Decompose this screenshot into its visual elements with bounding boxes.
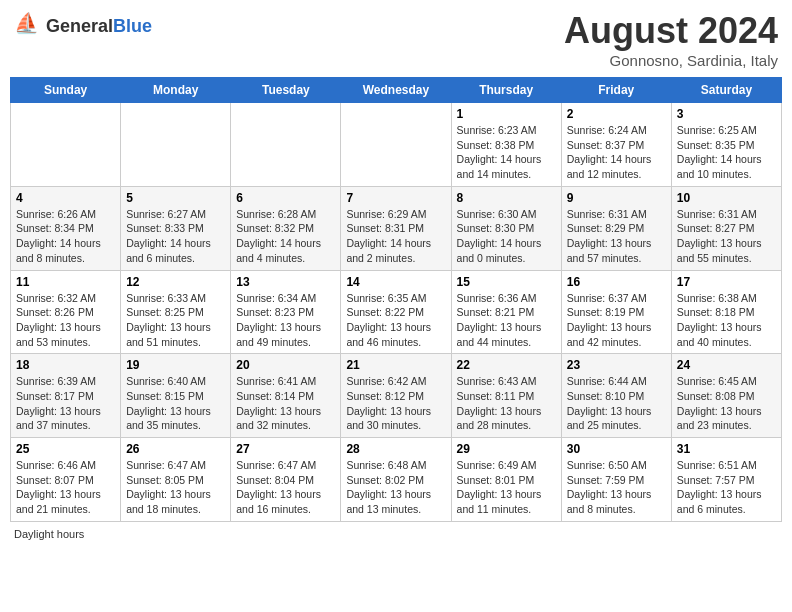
day-info: Sunrise: 6:48 AM Sunset: 8:02 PM Dayligh… <box>346 458 445 517</box>
day-info: Sunrise: 6:26 AM Sunset: 8:34 PM Dayligh… <box>16 207 115 266</box>
day-number: 16 <box>567 275 666 289</box>
day-number: 6 <box>236 191 335 205</box>
cell-w5-d1: 26Sunrise: 6:47 AM Sunset: 8:05 PM Dayli… <box>121 438 231 522</box>
day-info: Sunrise: 6:23 AM Sunset: 8:38 PM Dayligh… <box>457 123 556 182</box>
footer-daylight: Daylight hours <box>10 528 782 540</box>
cell-w4-d2: 20Sunrise: 6:41 AM Sunset: 8:14 PM Dayli… <box>231 354 341 438</box>
day-number: 18 <box>16 358 115 372</box>
day-info: Sunrise: 6:29 AM Sunset: 8:31 PM Dayligh… <box>346 207 445 266</box>
day-info: Sunrise: 6:33 AM Sunset: 8:25 PM Dayligh… <box>126 291 225 350</box>
cell-w1-d3 <box>341 103 451 187</box>
day-number: 26 <box>126 442 225 456</box>
week-row-3: 11Sunrise: 6:32 AM Sunset: 8:26 PM Dayli… <box>11 270 782 354</box>
logo: ⛵ GeneralBlue <box>14 10 152 42</box>
day-info: Sunrise: 6:40 AM Sunset: 8:15 PM Dayligh… <box>126 374 225 433</box>
header-monday: Monday <box>121 78 231 103</box>
day-number: 7 <box>346 191 445 205</box>
day-number: 1 <box>457 107 556 121</box>
cell-w2-d1: 5Sunrise: 6:27 AM Sunset: 8:33 PM Daylig… <box>121 186 231 270</box>
day-number: 4 <box>16 191 115 205</box>
cell-w4-d0: 18Sunrise: 6:39 AM Sunset: 8:17 PM Dayli… <box>11 354 121 438</box>
cell-w3-d4: 15Sunrise: 6:36 AM Sunset: 8:21 PM Dayli… <box>451 270 561 354</box>
cell-w2-d3: 7Sunrise: 6:29 AM Sunset: 8:31 PM Daylig… <box>341 186 451 270</box>
week-row-1: 1Sunrise: 6:23 AM Sunset: 8:38 PM Daylig… <box>11 103 782 187</box>
day-info: Sunrise: 6:31 AM Sunset: 8:29 PM Dayligh… <box>567 207 666 266</box>
cell-w4-d3: 21Sunrise: 6:42 AM Sunset: 8:12 PM Dayli… <box>341 354 451 438</box>
day-info: Sunrise: 6:37 AM Sunset: 8:19 PM Dayligh… <box>567 291 666 350</box>
day-info: Sunrise: 6:27 AM Sunset: 8:33 PM Dayligh… <box>126 207 225 266</box>
title-block: August 2024 Gonnosno, Sardinia, Italy <box>564 10 778 69</box>
day-info: Sunrise: 6:28 AM Sunset: 8:32 PM Dayligh… <box>236 207 335 266</box>
cell-w4-d5: 23Sunrise: 6:44 AM Sunset: 8:10 PM Dayli… <box>561 354 671 438</box>
day-number: 9 <box>567 191 666 205</box>
day-number: 20 <box>236 358 335 372</box>
day-info: Sunrise: 6:44 AM Sunset: 8:10 PM Dayligh… <box>567 374 666 433</box>
day-info: Sunrise: 6:36 AM Sunset: 8:21 PM Dayligh… <box>457 291 556 350</box>
day-info: Sunrise: 6:49 AM Sunset: 8:01 PM Dayligh… <box>457 458 556 517</box>
day-info: Sunrise: 6:41 AM Sunset: 8:14 PM Dayligh… <box>236 374 335 433</box>
week-row-5: 25Sunrise: 6:46 AM Sunset: 8:07 PM Dayli… <box>11 438 782 522</box>
day-info: Sunrise: 6:38 AM Sunset: 8:18 PM Dayligh… <box>677 291 776 350</box>
cell-w4-d1: 19Sunrise: 6:40 AM Sunset: 8:15 PM Dayli… <box>121 354 231 438</box>
day-number: 30 <box>567 442 666 456</box>
cell-w3-d5: 16Sunrise: 6:37 AM Sunset: 8:19 PM Dayli… <box>561 270 671 354</box>
cell-w3-d2: 13Sunrise: 6:34 AM Sunset: 8:23 PM Dayli… <box>231 270 341 354</box>
day-number: 21 <box>346 358 445 372</box>
calendar-table: SundayMondayTuesdayWednesdayThursdayFrid… <box>10 77 782 522</box>
day-info: Sunrise: 6:50 AM Sunset: 7:59 PM Dayligh… <box>567 458 666 517</box>
header-row: SundayMondayTuesdayWednesdayThursdayFrid… <box>11 78 782 103</box>
cell-w1-d0 <box>11 103 121 187</box>
cell-w3-d6: 17Sunrise: 6:38 AM Sunset: 8:18 PM Dayli… <box>671 270 781 354</box>
day-number: 19 <box>126 358 225 372</box>
cell-w2-d6: 10Sunrise: 6:31 AM Sunset: 8:27 PM Dayli… <box>671 186 781 270</box>
cell-w5-d2: 27Sunrise: 6:47 AM Sunset: 8:04 PM Dayli… <box>231 438 341 522</box>
day-number: 29 <box>457 442 556 456</box>
logo-text: GeneralBlue <box>46 16 152 37</box>
day-number: 8 <box>457 191 556 205</box>
cell-w1-d1 <box>121 103 231 187</box>
cell-w2-d4: 8Sunrise: 6:30 AM Sunset: 8:30 PM Daylig… <box>451 186 561 270</box>
day-info: Sunrise: 6:45 AM Sunset: 8:08 PM Dayligh… <box>677 374 776 433</box>
week-row-2: 4Sunrise: 6:26 AM Sunset: 8:34 PM Daylig… <box>11 186 782 270</box>
logo-icon: ⛵ <box>14 10 42 42</box>
day-number: 10 <box>677 191 776 205</box>
cell-w5-d6: 31Sunrise: 6:51 AM Sunset: 7:57 PM Dayli… <box>671 438 781 522</box>
day-info: Sunrise: 6:24 AM Sunset: 8:37 PM Dayligh… <box>567 123 666 182</box>
logo-general: General <box>46 16 113 36</box>
day-number: 14 <box>346 275 445 289</box>
header-friday: Friday <box>561 78 671 103</box>
day-info: Sunrise: 6:46 AM Sunset: 8:07 PM Dayligh… <box>16 458 115 517</box>
header-saturday: Saturday <box>671 78 781 103</box>
day-info: Sunrise: 6:25 AM Sunset: 8:35 PM Dayligh… <box>677 123 776 182</box>
header-sunday: Sunday <box>11 78 121 103</box>
header-wednesday: Wednesday <box>341 78 451 103</box>
day-info: Sunrise: 6:34 AM Sunset: 8:23 PM Dayligh… <box>236 291 335 350</box>
logo-blue: Blue <box>113 16 152 36</box>
cell-w3-d3: 14Sunrise: 6:35 AM Sunset: 8:22 PM Dayli… <box>341 270 451 354</box>
day-info: Sunrise: 6:47 AM Sunset: 8:04 PM Dayligh… <box>236 458 335 517</box>
header-tuesday: Tuesday <box>231 78 341 103</box>
day-number: 3 <box>677 107 776 121</box>
cell-w5-d0: 25Sunrise: 6:46 AM Sunset: 8:07 PM Dayli… <box>11 438 121 522</box>
day-info: Sunrise: 6:31 AM Sunset: 8:27 PM Dayligh… <box>677 207 776 266</box>
day-info: Sunrise: 6:43 AM Sunset: 8:11 PM Dayligh… <box>457 374 556 433</box>
svg-text:⛵: ⛵ <box>14 11 39 35</box>
cell-w1-d4: 1Sunrise: 6:23 AM Sunset: 8:38 PM Daylig… <box>451 103 561 187</box>
location-subtitle: Gonnosno, Sardinia, Italy <box>564 52 778 69</box>
day-number: 25 <box>16 442 115 456</box>
day-number: 5 <box>126 191 225 205</box>
day-number: 11 <box>16 275 115 289</box>
day-number: 24 <box>677 358 776 372</box>
cell-w3-d1: 12Sunrise: 6:33 AM Sunset: 8:25 PM Dayli… <box>121 270 231 354</box>
day-number: 13 <box>236 275 335 289</box>
day-info: Sunrise: 6:47 AM Sunset: 8:05 PM Dayligh… <box>126 458 225 517</box>
cell-w4-d4: 22Sunrise: 6:43 AM Sunset: 8:11 PM Dayli… <box>451 354 561 438</box>
cell-w1-d5: 2Sunrise: 6:24 AM Sunset: 8:37 PM Daylig… <box>561 103 671 187</box>
cell-w2-d0: 4Sunrise: 6:26 AM Sunset: 8:34 PM Daylig… <box>11 186 121 270</box>
day-number: 22 <box>457 358 556 372</box>
page-header: ⛵ GeneralBlue August 2024 Gonnosno, Sard… <box>10 10 782 69</box>
day-number: 15 <box>457 275 556 289</box>
day-info: Sunrise: 6:35 AM Sunset: 8:22 PM Dayligh… <box>346 291 445 350</box>
day-number: 23 <box>567 358 666 372</box>
cell-w1-d2 <box>231 103 341 187</box>
